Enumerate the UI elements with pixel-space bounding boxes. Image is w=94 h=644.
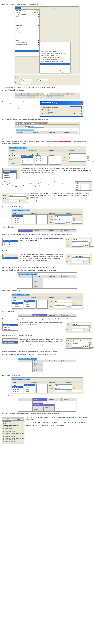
menu-item[interactable]: Anclaje con nombreCtrl+Alt+A — [15, 31, 40, 33]
submenu-item[interactable]: Panel que puede contraerse de Spry — [40, 69, 70, 71]
btn-desactivar[interactable]: Desactivar estilos — [9, 161, 20, 164]
btn-plus-1[interactable]: + — [21, 153, 23, 156]
css-rules-tree[interactable]: <style>SpryMenuBarHorizontal.css ul.Menu… — [2, 422, 24, 443]
menu-item[interactable]: Server-Side Include — [15, 35, 40, 37]
tab-incontext[interactable]: InContext Editing — [49, 93, 61, 95]
it[interactable]: Elemento 4 — [65, 296, 82, 299]
btn-plus[interactable]: + — [2, 254, 5, 257]
inp[interactable] — [89, 329, 94, 331]
it[interactable]: Felinos ▸ — [33, 403, 43, 406]
submenu-item[interactable]: Región de Spry — [40, 44, 70, 46]
folder-icon[interactable] — [89, 326, 91, 328]
menu-item[interactable]: InContext Editing — [15, 46, 40, 48]
inp[interactable] — [89, 261, 94, 263]
list-level2[interactable]: Elemento 1.1 Elemento 1.2 Elemento 1.3 — [35, 156, 47, 164]
menu-item[interactable]: Personalizar Favoritos... — [15, 52, 40, 54]
spry-icon-1[interactable] — [15, 96, 18, 98]
css-rule[interactable]: ul.MenuBarHorizontal a:hover, ul.MenuBar… — [3, 442, 23, 443]
it[interactable]: Inicio — [12, 296, 30, 299]
css-rule[interactable]: ul.MenuBarHorizontal a — [3, 441, 23, 442]
inp[interactable] — [26, 200, 37, 202]
it[interactable]: Elemento 4 — [65, 381, 82, 383]
blue-tag[interactable]: Barra de menús de Spry: MenuBar1 — [12, 294, 30, 296]
inp[interactable] — [55, 216, 72, 218]
submenu-item[interactable]: Repetición de Spry — [40, 46, 70, 48]
menu-item[interactable]: Comentario — [15, 37, 40, 39]
css-rule[interactable]: ul.MenuBarHorizontal ul ul — [3, 436, 23, 438]
submenu-item[interactable]: Área de texto de validación de Spry — [40, 50, 70, 52]
css-rule[interactable]: <style> — [3, 423, 23, 424]
it[interactable]: Inicio — [12, 381, 30, 383]
it[interactable]: Reptiles — [33, 370, 43, 372]
mb-el4[interactable]: Elemento 4 — [65, 212, 82, 214]
inp[interactable] — [55, 384, 72, 387]
blue-tag-menubar[interactable]: Barra de menús de Spry: MenuBar1 — [16, 129, 34, 131]
menubar-el4[interactable]: Elemento 4 — [63, 131, 78, 134]
it[interactable]: Peces — [33, 367, 43, 370]
input-vinculo[interactable] — [21, 82, 31, 84]
srv-el4[interactable]: Elemento 4 — [62, 230, 76, 232]
tb-icon[interactable] — [21, 125, 24, 128]
btn-minus[interactable]: − — [5, 168, 7, 170]
select-clase[interactable]: Ninguna — [38, 79, 48, 81]
inp[interactable] — [55, 387, 72, 390]
input-vinc-index[interactable] — [9, 197, 25, 199]
tab-code[interactable]: Código — [15, 76, 19, 76]
menu-modificar[interactable]: Modificar — [21, 7, 28, 9]
menu-ayuda[interactable]: Ayuda — [53, 7, 58, 9]
inp[interactable] — [72, 390, 82, 392]
inp[interactable] — [89, 345, 94, 348]
inp[interactable] — [72, 261, 83, 263]
css-rule[interactable]: ul.MenuBarHorizontal ul — [3, 431, 23, 433]
sub-peces[interactable]: Peces — [33, 283, 43, 285]
btn-plus[interactable]: + — [2, 168, 5, 170]
mb-el2[interactable]: Elemento 2 — [28, 150, 47, 152]
mb-inicio[interactable]: Inicio — [12, 212, 30, 214]
sub-aves[interactable]: Aves — [33, 278, 43, 280]
btn-ayuda[interactable]: Ayuda — [70, 112, 82, 115]
spry-icon-16[interactable] — [61, 96, 64, 98]
it[interactable]: Inicio — [18, 398, 33, 401]
inp[interactable] — [72, 244, 83, 247]
it[interactable]: Inicio — [18, 360, 33, 362]
tab-formularios[interactable]: Formularios — [28, 93, 38, 95]
menu-comandos[interactable]: Comandos — [34, 7, 42, 9]
spry-icon-12[interactable] — [49, 96, 52, 98]
it[interactable]: Elemento 3 — [47, 398, 62, 401]
folder-icon[interactable] — [73, 303, 75, 305]
submenu-item[interactable]: Información sobre herramientas de Spry — [40, 71, 70, 73]
inp[interactable] — [89, 244, 94, 247]
link-personalizar[interactable]: Personalizar este widget — [9, 158, 20, 160]
menu-item[interactable]: Etiqueta...Ctrl+E — [15, 10, 40, 12]
it[interactable]: Animales — [33, 398, 47, 401]
tab-spry[interactable]: Spry — [44, 93, 49, 95]
btn-plus[interactable]: + — [75, 182, 77, 184]
css-rule[interactable]: ul.MenuBarHorizontal ul.MenuBarSubmenuVi… — [3, 432, 23, 434]
submenu-item[interactable]: Panel de fichas de Spry — [40, 65, 70, 67]
it[interactable]: Elemento 3 — [47, 360, 62, 362]
spry-icon-10[interactable] — [43, 96, 46, 98]
menu-item[interactable]: Spry — [15, 50, 40, 52]
it[interactable]: Rinoforonte — [44, 409, 54, 411]
menu-item[interactable]: Formulario — [15, 24, 40, 26]
inp[interactable] — [72, 242, 88, 244]
inp[interactable] — [72, 329, 83, 331]
tab-actual[interactable]: Actual — [13, 419, 24, 420]
folder-icon[interactable] — [26, 197, 28, 199]
spry-icon-14[interactable] — [55, 96, 58, 98]
inp[interactable] — [55, 218, 72, 221]
submenu-item[interactable]: Conjunto de datos de Spry — [40, 42, 70, 44]
tab-split[interactable]: Dividir — [19, 76, 22, 76]
submenu-item[interactable]: Selección de validación de Spry — [40, 54, 70, 56]
menu-item[interactable]: Fecha — [15, 33, 40, 35]
menubar-el3[interactable]: Elemento 3 — [47, 131, 63, 134]
spry-icon-2[interactable] — [18, 96, 21, 98]
file-tab-js[interactable]: SpryMenuBar.js — [24, 122, 33, 124]
inp[interactable] — [72, 255, 90, 258]
menu-item[interactable]: Objetos de datos — [15, 48, 40, 50]
menu-item[interactable]: Objetos de tabla — [15, 20, 40, 22]
tab-datos[interactable]: Datos — [38, 93, 44, 95]
btn-cancelar[interactable]: Cancelar — [70, 110, 82, 112]
file-tab-1[interactable]: Código fuente — [15, 122, 23, 124]
submenu-item[interactable]: Lista de repetición de Spry — [40, 48, 70, 50]
